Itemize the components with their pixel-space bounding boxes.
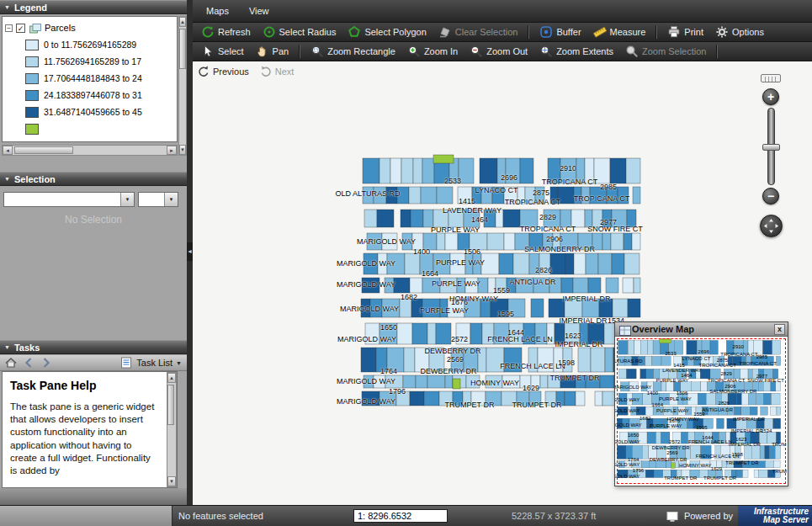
four-way-arrows-icon xyxy=(762,217,780,235)
scroll-down-arrow[interactable]: ▼ xyxy=(167,476,176,486)
map-viewport[interactable]: Previous Next 2910 2696 2533 TROPI xyxy=(193,61,812,505)
scroll-left-arrow[interactable]: ◄ xyxy=(3,146,13,155)
overview-map-body[interactable]: 291026962533TROPICANA CTOLD ALTURAS RDLY… xyxy=(615,337,788,486)
zoom-selection-label: Zoom Selection xyxy=(642,46,706,56)
select-polygon-button[interactable]: Select Polygon xyxy=(342,23,432,42)
previous-view-button[interactable]: Previous xyxy=(197,65,249,78)
scroll-right-arrow[interactable]: ► xyxy=(167,146,177,155)
street-label: TROPICANA CT xyxy=(505,199,561,206)
scrollbar-track[interactable] xyxy=(167,383,176,476)
selection-page-dropdown[interactable]: ▼ xyxy=(138,192,178,207)
layer-checkbox[interactable]: ✓ xyxy=(16,24,25,33)
street-label: 1796 xyxy=(389,388,406,396)
scrollbar-thumb[interactable] xyxy=(179,29,186,69)
menu-view[interactable]: View xyxy=(239,0,279,23)
legend-item[interactable]: 31.6487140459665 to 45 xyxy=(5,104,175,120)
legend-layer-row[interactable]: − ✓ Parcels xyxy=(5,19,175,36)
select-tool-button[interactable]: Select xyxy=(195,42,250,61)
refresh-icon xyxy=(201,25,215,39)
street-label: PURPLE WAY xyxy=(436,259,485,267)
print-icon xyxy=(667,25,681,39)
print-label: Print xyxy=(684,27,703,37)
street-label: LAVENDER WAY xyxy=(443,207,502,215)
street-label: MARIGOLD WAY xyxy=(337,398,395,406)
overview-titlebar[interactable]: Overview Map x xyxy=(615,322,788,337)
legend-horizontal-scrollbar[interactable]: ◄ ► xyxy=(2,145,178,156)
sidebar-collapse-handle[interactable]: ◄ xyxy=(187,242,193,261)
scale-input[interactable] xyxy=(353,509,448,523)
street-label: TROPICANA CT xyxy=(574,195,630,203)
measure-icon xyxy=(593,25,607,39)
task-list-button[interactable]: Task List ▼ xyxy=(119,356,182,369)
print-button[interactable]: Print xyxy=(661,23,709,42)
legend-vertical-scrollbar[interactable]: ▲ ▼ xyxy=(178,16,187,156)
zoom-selection-button: Zoom Selection xyxy=(619,42,712,61)
street-label: 1623 xyxy=(565,332,581,340)
legend-item[interactable]: 24.1833897446078 to 31 xyxy=(5,87,175,104)
zoom-in-button[interactable]: + xyxy=(762,88,779,105)
back-button[interactable] xyxy=(21,356,36,369)
legend-panel-header[interactable]: ▼ Legend xyxy=(0,0,187,14)
no-selection-text: No Selection xyxy=(0,214,187,226)
measure-button[interactable]: Measure xyxy=(587,23,652,42)
sidebar-collapse-strip: ◄ xyxy=(187,0,193,505)
scrollbar-thumb[interactable] xyxy=(167,385,174,425)
zoom-in-tool-button[interactable]: Zoom In xyxy=(401,42,464,61)
logo-line2: Map Server xyxy=(738,516,809,524)
legend-item[interactable]: 0 to 11.7562694165289 xyxy=(5,36,175,53)
options-button[interactable]: Options xyxy=(709,23,770,42)
task-vertical-scrollbar[interactable]: ▲ ▼ xyxy=(167,372,177,487)
clear-selection-icon xyxy=(438,25,452,39)
scroll-up-arrow[interactable]: ▲ xyxy=(167,373,176,383)
chevron-down-icon: ▼ xyxy=(4,344,10,350)
legend-swatch xyxy=(25,73,39,84)
scroll-up-arrow[interactable]: ▲ xyxy=(179,17,186,27)
scroll-down-arrow[interactable]: ▼ xyxy=(179,145,186,155)
next-label: Next xyxy=(275,66,295,77)
select-radius-button[interactable]: Select Radius xyxy=(257,23,342,42)
legend-item[interactable]: 11.7562694165289 to 17 xyxy=(5,53,175,70)
zoom-rectangle-button[interactable]: Zoom Rectangle xyxy=(305,42,401,61)
zoom-out-tool-button[interactable]: Zoom Out xyxy=(464,42,533,61)
refresh-button[interactable]: Refresh xyxy=(195,23,257,42)
tasks-panel-header[interactable]: ▼ Tasks xyxy=(0,340,187,354)
dropdown-arrow-icon[interactable]: ▼ xyxy=(120,193,134,206)
layers-icon xyxy=(29,22,41,35)
forward-button[interactable] xyxy=(39,356,54,369)
select-polygon-label: Select Polygon xyxy=(364,27,426,37)
chevron-down-icon: ▼ xyxy=(4,176,10,182)
map-canvas[interactable]: 2910 2696 2533 TROPICANA CT OLD ALTURAS … xyxy=(358,151,644,412)
scrollbar-thumb[interactable] xyxy=(14,146,73,154)
street-label: TRUMPET DR xyxy=(550,375,600,382)
pan-tool-button[interactable]: Pan xyxy=(250,42,295,61)
buffer-icon xyxy=(539,25,553,39)
zoom-slider-grip[interactable] xyxy=(761,74,781,82)
select-polygon-icon xyxy=(348,25,361,39)
selection-panel-header[interactable]: ▼ Selection xyxy=(0,172,187,186)
zoom-slider-track[interactable] xyxy=(767,108,775,185)
legend-item[interactable] xyxy=(5,120,175,137)
dropdown-arrow-icon[interactable]: ▼ xyxy=(164,193,178,206)
street-label: 2533 xyxy=(444,178,461,185)
selection-layer-dropdown[interactable]: ▼ xyxy=(3,192,135,207)
scrollbar-track[interactable] xyxy=(179,27,186,145)
menu-maps[interactable]: Maps xyxy=(196,0,239,23)
zoom-rectangle-label: Zoom Rectangle xyxy=(327,46,395,56)
street-label: 1598 xyxy=(558,359,575,367)
zoom-out-button[interactable]: − xyxy=(762,188,779,205)
cursor-icon xyxy=(201,45,215,58)
zoom-extents-button[interactable]: Zoom Extents xyxy=(533,42,619,61)
overview-view-extent-box[interactable] xyxy=(617,338,786,484)
home-button[interactable] xyxy=(3,356,19,369)
zoom-slider-handle[interactable] xyxy=(762,144,780,151)
close-icon[interactable]: x xyxy=(774,324,785,335)
refresh-label: Refresh xyxy=(218,27,251,37)
zoom-out-icon xyxy=(470,45,483,58)
buffer-button[interactable]: Buffer xyxy=(533,23,586,42)
task-pane-body: The task pane is a generic widget that a… xyxy=(10,401,160,477)
legend-item[interactable]: 17.7064448184843 to 24 xyxy=(5,70,175,87)
pan-rosette-button[interactable] xyxy=(760,215,783,237)
tree-expander-icon[interactable]: − xyxy=(5,24,13,32)
arrow-forward-icon xyxy=(40,356,53,369)
scrollbar-track[interactable] xyxy=(13,146,167,155)
